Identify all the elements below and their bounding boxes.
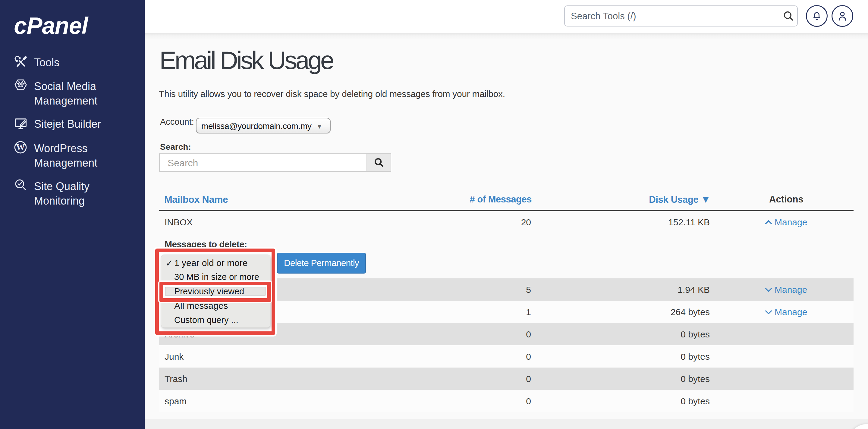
svg-text:W: W xyxy=(16,142,25,152)
